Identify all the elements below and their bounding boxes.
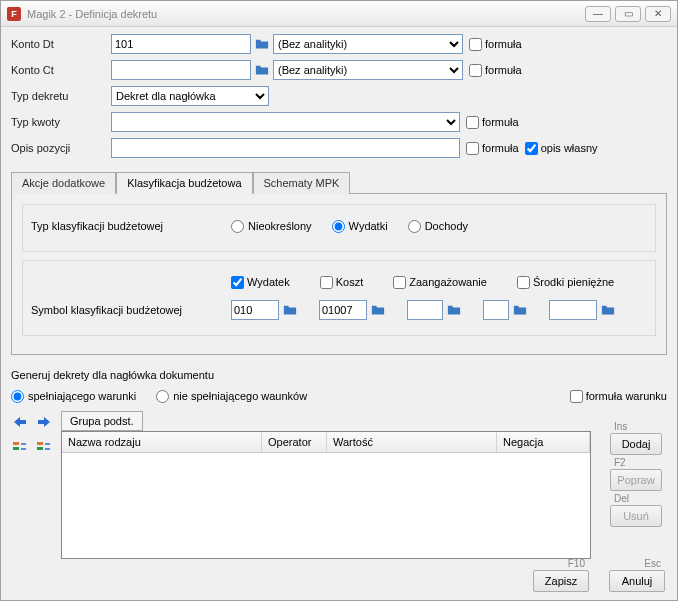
check-wydatek[interactable]: Wydatek	[231, 276, 290, 289]
radio-nieokreslony[interactable]: Nieokreślony	[231, 220, 312, 233]
label-konto-dt: Konto Dt	[11, 38, 111, 50]
formula-kwoty-check[interactable]: formuła	[466, 116, 519, 129]
arrow-left-icon[interactable]	[11, 413, 29, 431]
titlebar: F Magik 2 - Definicja dekretu — ▭ ✕	[1, 1, 677, 27]
sym-input-2[interactable]	[319, 300, 367, 320]
analityka-ct-select[interactable]: (Bez analityki)	[273, 60, 463, 80]
label-opis-pozycji: Opis pozycji	[11, 142, 111, 154]
check-formula-warunku[interactable]: formuła warunku	[570, 390, 667, 403]
minimize-button[interactable]: —	[585, 6, 611, 22]
col-wartosc: Wartość	[327, 432, 497, 452]
typ-kwoty-select[interactable]	[111, 112, 460, 132]
opis-pozycji-input[interactable]	[111, 138, 460, 158]
folder-icon[interactable]	[512, 302, 528, 318]
formula-dt-check[interactable]: formuła	[469, 38, 522, 51]
svg-rect-0	[13, 442, 19, 445]
usun-button[interactable]: Usuń	[610, 505, 662, 527]
dodaj-button[interactable]: Dodaj	[610, 433, 662, 455]
arrow-right-icon[interactable]	[35, 413, 53, 431]
opis-wlasny-check[interactable]: opis własny	[525, 142, 598, 155]
konto-dt-input[interactable]	[111, 34, 251, 54]
check-srodki[interactable]: Środki pieniężne	[517, 276, 614, 289]
radio-spelniajacego[interactable]: spełniającego warunki	[11, 390, 136, 403]
hint-del: Del	[614, 493, 665, 504]
folder-icon[interactable]	[370, 302, 386, 318]
folder-icon[interactable]	[254, 36, 270, 52]
col-negacja: Negacja	[497, 432, 590, 452]
radio-wydatki[interactable]: Wydatki	[332, 220, 388, 233]
hint-f2: F2	[614, 457, 665, 468]
label-symbol-klasyfikacji: Symbol klasyfikacji budżetowej	[31, 304, 231, 316]
popraw-button[interactable]: Popraw	[610, 469, 662, 491]
label-typ-klasyfikacji: Typ klasyfikacji budżetowej	[31, 220, 231, 232]
tab-akcje-dodatkowe[interactable]: Akcje dodatkowe	[11, 172, 116, 194]
zapisz-button[interactable]: Zapisz	[533, 570, 589, 592]
tab-schematy-mpk[interactable]: Schematy MPK	[253, 172, 351, 194]
tree-expand-icon[interactable]	[35, 439, 53, 457]
sym-input-3[interactable]	[407, 300, 443, 320]
label-generuj: Generuj dekrety dla nagłówka dokumentu	[11, 369, 667, 381]
typ-dekretu-select[interactable]: Dekret dla nagłówka	[111, 86, 269, 106]
check-zaangazowanie[interactable]: Zaangażowanie	[393, 276, 487, 289]
col-operator: Operator	[262, 432, 327, 452]
window: F Magik 2 - Definicja dekretu — ▭ ✕ Kont…	[0, 0, 678, 601]
hint-f10: F10	[537, 558, 585, 569]
folder-icon[interactable]	[254, 62, 270, 78]
folder-icon[interactable]	[446, 302, 462, 318]
label-typ-dekretu: Typ dekretu	[11, 90, 111, 102]
hint-esc: Esc	[613, 558, 661, 569]
close-button[interactable]: ✕	[645, 6, 671, 22]
app-icon: F	[7, 7, 21, 21]
folder-icon[interactable]	[282, 302, 298, 318]
sym-input-1[interactable]	[231, 300, 279, 320]
radio-nie-spelniajacego[interactable]: nie spełniającego waunków	[156, 390, 307, 403]
tab-klasyfikacja-budzetowa[interactable]: Klasyfikacja budżetowa	[116, 172, 252, 194]
sym-input-4[interactable]	[483, 300, 509, 320]
tab-strip: Akcje dodatkowe Klasyfikacja budżetowa S…	[11, 171, 667, 193]
tab-panel: Typ klasyfikacji budżetowej Nieokreślony…	[11, 193, 667, 355]
folder-icon[interactable]	[600, 302, 616, 318]
radio-dochody[interactable]: Dochody	[408, 220, 468, 233]
svg-rect-3	[37, 447, 43, 450]
hint-ins: Ins	[614, 421, 665, 432]
label-typ-kwoty: Typ kwoty	[11, 116, 111, 128]
formula-opis-check[interactable]: formuła	[466, 142, 519, 155]
check-koszt[interactable]: Koszt	[320, 276, 364, 289]
col-nazwa-rodzaju: Nazwa rodzaju	[62, 432, 262, 452]
tree-collapse-icon[interactable]	[11, 439, 29, 457]
maximize-button[interactable]: ▭	[615, 6, 641, 22]
window-title: Magik 2 - Definicja dekretu	[27, 8, 585, 20]
svg-rect-1	[13, 447, 19, 450]
anuluj-button[interactable]: Anuluj	[609, 570, 665, 592]
analityka-dt-select[interactable]: (Bez analityki)	[273, 34, 463, 54]
formula-ct-check[interactable]: formuła	[469, 64, 522, 77]
label-konto-ct: Konto Ct	[11, 64, 111, 76]
svg-rect-2	[37, 442, 43, 445]
conditions-grid[interactable]: Nazwa rodzaju Operator Wartość Negacja	[61, 431, 591, 559]
konto-ct-input[interactable]	[111, 60, 251, 80]
subtab-grupa-podst[interactable]: Grupa podst.	[61, 411, 143, 431]
sym-input-5[interactable]	[549, 300, 597, 320]
